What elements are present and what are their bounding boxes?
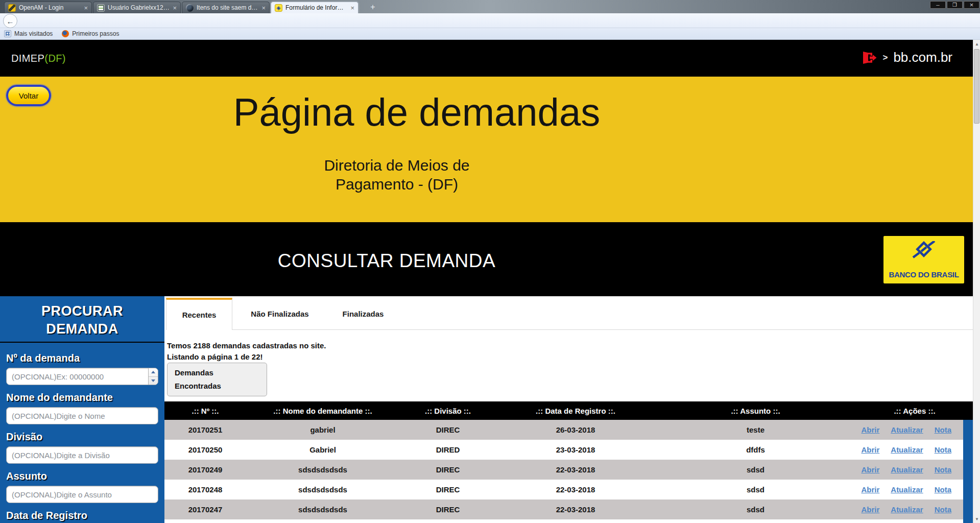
browser-tab[interactable]: Usuário Gabrielxx12 - Stack...: [93, 2, 181, 13]
tab-close-icon[interactable]: [173, 5, 177, 11]
table-header-cell: .:: Divisão ::.: [399, 407, 496, 415]
table-cell: 23-03-2018: [496, 445, 655, 454]
table-cell: 22-03-2018: [496, 465, 655, 474]
table-header-cell: .:: Assunto ::.: [655, 407, 856, 415]
field-label: Assunto: [6, 470, 158, 482]
page-banner: Voltar Página de demandas Diretoria de M…: [0, 77, 973, 222]
table-header-cell: .:: Data de Registro ::.: [496, 407, 655, 415]
minimize-button[interactable]: [930, 1, 946, 9]
table-row: 20170249sdsdsdsdsdsDIREC22-03-2018sdsdAb…: [164, 460, 973, 480]
bb-mark-icon: [911, 241, 937, 262]
table-edge-strip: [963, 420, 973, 523]
browser-tab[interactable]: Formulário de Informações...: [271, 2, 358, 13]
page-title: Página de demandas: [0, 90, 833, 134]
field-input[interactable]: [6, 446, 158, 464]
section-title: CONSULTAR DEMANDA: [0, 250, 773, 272]
action-link-abrir[interactable]: Abrir: [861, 485, 879, 494]
demand-tab[interactable]: Recentes: [166, 298, 232, 330]
table-row: 20170248sdsdsdsdsdsDIREC22-03-2018sdsdAb…: [164, 480, 973, 500]
table-header-cell: .:: Ações ::.: [856, 407, 973, 415]
action-link-abrir[interactable]: Abrir: [861, 505, 879, 514]
search-field: Nome do demandante: [6, 392, 158, 424]
action-link-abrir[interactable]: Abrir: [861, 465, 879, 474]
bb-logo-text: BANCO DO BRASIL: [889, 270, 959, 279]
chevron-right-icon: >: [882, 53, 888, 63]
bookmark-label: Primeiros passos: [72, 30, 119, 37]
table-cell: 26-03-2018: [496, 425, 655, 434]
table-cell: 22-03-2018: [496, 505, 655, 514]
content-area: PROCURARDEMANDA Nº da demanda Nome do de…: [0, 296, 973, 523]
field-input[interactable]: [6, 486, 158, 503]
bookmark-item[interactable]: Mais visitados: [4, 30, 53, 37]
search-sidebar: PROCURARDEMANDA Nº da demanda Nome do de…: [0, 296, 164, 523]
banco-do-brasil-logo: BANCO DO BRASIL: [883, 236, 964, 283]
actions-cell: AbrirAtualizarNota: [856, 505, 973, 514]
table-cell: Gabriel: [246, 445, 399, 454]
table-cell: 20170249: [164, 465, 246, 474]
table-header-cell: .:: Nº ::.: [164, 407, 246, 415]
browser-titlebar: OpenAM - Login Usuário Gabrielxx12 - Sta…: [0, 0, 980, 13]
action-link-atualizar[interactable]: Atualizar: [891, 485, 923, 494]
table-cell: sdsdsdsdsds: [246, 485, 399, 494]
field-input[interactable]: [6, 407, 158, 424]
tab-favicon-icon: [8, 4, 16, 12]
tab-favicon-icon: [97, 4, 105, 12]
action-link-nota[interactable]: Nota: [935, 485, 951, 494]
action-link-atualizar[interactable]: Atualizar: [891, 505, 923, 514]
actions-cell: AbrirAtualizarNota: [856, 485, 973, 494]
action-link-abrir[interactable]: Abrir: [861, 445, 879, 454]
action-link-nota[interactable]: Nota: [935, 505, 951, 514]
browser-tab[interactable]: OpenAM - Login: [4, 2, 92, 13]
results-panel: Recentes Não Finalizadas Finalizadas Tem…: [164, 296, 973, 523]
tab-row-filler: [399, 298, 973, 330]
spinner-down-icon[interactable]: [149, 377, 158, 385]
demand-tab[interactable]: Finalizadas: [327, 298, 399, 330]
tab-title: Itens do site saem do lugar...: [197, 4, 258, 11]
number-spinner[interactable]: [148, 368, 158, 385]
close-button[interactable]: [964, 1, 979, 9]
search-field: Data de Registro: [6, 510, 158, 523]
restore-button[interactable]: [947, 1, 963, 9]
action-link-abrir[interactable]: Abrir: [861, 425, 879, 434]
bookmark-favicon-icon: [4, 30, 11, 37]
demand-tab[interactable]: Não Finalizadas: [232, 298, 327, 330]
bookmark-favicon-icon: [62, 30, 69, 37]
page-subtitle: Diretoria de Meios dePagamento - (DF): [0, 156, 794, 194]
results-summary: Temos 2188 demandas cadastradas no site.…: [167, 340, 326, 363]
field-label: Nº da demanda: [6, 352, 158, 364]
table-cell: dfdfs: [655, 445, 856, 454]
table-cell: gabriel: [246, 425, 399, 434]
logout-link[interactable]: > bb.com.br: [862, 50, 952, 65]
new-tab-button[interactable]: +: [367, 3, 379, 12]
spinner-up-icon[interactable]: [149, 368, 158, 377]
tab-close-icon[interactable]: [261, 5, 266, 11]
bookmark-item[interactable]: Primeiros passos: [62, 30, 119, 37]
field-input[interactable]: [6, 368, 158, 385]
back-button[interactable]: ←: [3, 14, 17, 28]
field-label: Divisão: [6, 431, 158, 443]
tab-title: Formulário de Informações...: [285, 4, 347, 11]
action-link-nota[interactable]: Nota: [935, 425, 951, 434]
firefox-window: OpenAM - Login Usuário Gabrielxx12 - Sta…: [0, 0, 980, 523]
action-link-atualizar[interactable]: Atualizar: [891, 445, 923, 454]
scrollbar-thumb[interactable]: [974, 49, 979, 124]
demand-tabs: Recentes Não Finalizadas Finalizadas: [164, 298, 973, 330]
browser-tab[interactable]: Itens do site saem do lugar...: [182, 2, 270, 13]
tab-close-icon[interactable]: [350, 5, 354, 11]
site-link-label: bb.com.br: [893, 50, 952, 65]
results-box: DemandasEncontradas: [167, 363, 267, 396]
action-link-atualizar[interactable]: Atualizar: [891, 465, 923, 474]
scroll-up-icon[interactable]: [973, 40, 980, 48]
section-band: CONSULTAR DEMANDA BANCO DO BRASIL: [0, 222, 973, 296]
table-cell: sdsd: [655, 505, 856, 514]
action-link-nota[interactable]: Nota: [935, 465, 951, 474]
tab-close-icon[interactable]: [84, 5, 88, 11]
actions-cell: AbrirAtualizarNota: [856, 465, 973, 474]
page-scrollbar[interactable]: [973, 40, 980, 523]
scroll-down-icon[interactable]: [973, 515, 980, 523]
action-link-atualizar[interactable]: Atualizar: [891, 425, 923, 434]
action-link-nota[interactable]: Nota: [935, 445, 951, 454]
demand-tab-label: Não Finalizadas: [251, 310, 308, 318]
table-cell: 20170247: [164, 505, 246, 514]
tab-title: Usuário Gabrielxx12 - Stack...: [108, 4, 170, 11]
